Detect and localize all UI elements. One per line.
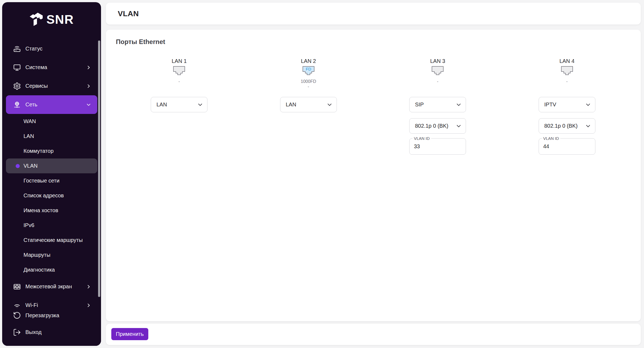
sidebar-subitem-статические-маршруты[interactable]: Статические маршруты bbox=[2, 233, 101, 248]
refresh-icon bbox=[13, 311, 21, 319]
sidebar-subitem-label: Имена хостов bbox=[24, 207, 58, 214]
port-8021p-value: 802.1p 0 (BK) bbox=[544, 123, 578, 129]
active-dot bbox=[16, 164, 20, 168]
router-icon bbox=[13, 45, 21, 53]
svg-text:FD: FD bbox=[306, 67, 311, 71]
port-name: LAN 3 bbox=[430, 58, 445, 64]
sidebar-subitem-vlan[interactable]: VLAN bbox=[6, 158, 97, 173]
sidebar-subitem-label: Список адресов bbox=[24, 192, 64, 199]
sidebar-item-label: Система bbox=[25, 64, 47, 70]
sidebar-subitem-label: LAN bbox=[24, 133, 34, 139]
sidebar-subitem-label: Гостевые сети bbox=[24, 178, 59, 184]
port-column: LAN 1 - LAN bbox=[115, 58, 244, 155]
vlan-id-field: VLAN ID bbox=[409, 138, 466, 155]
port-status-line: - bbox=[566, 79, 568, 84]
vlan-id-field: VLAN ID bbox=[539, 138, 595, 155]
chevron-right-icon bbox=[86, 65, 91, 70]
logo: SNR bbox=[2, 11, 101, 28]
port-status: - bbox=[437, 79, 438, 89]
port-mode-select[interactable]: LAN bbox=[151, 97, 207, 112]
sidebar-item-label: Выход bbox=[25, 329, 42, 335]
port-name: LAN 2 bbox=[301, 58, 316, 64]
sidebar-subitem-имена-хостов[interactable]: Имена хостов bbox=[2, 203, 101, 218]
sidebar-subitem-label: Диагностика bbox=[24, 267, 55, 273]
port-status-line: 1000FD bbox=[301, 79, 316, 84]
sidebar-item-label: Межсетевой экран bbox=[25, 283, 72, 290]
sidebar-subitem-label: Маршруты bbox=[24, 252, 51, 258]
sidebar-subitem-lan[interactable]: LAN bbox=[2, 129, 101, 144]
port-mode-select[interactable]: IPTV bbox=[539, 97, 595, 112]
sidebar-subitem-диагностика[interactable]: Диагностика bbox=[2, 262, 101, 277]
port-column: LAN 3 - SIP 802.1p 0 (BK) VLAN ID bbox=[373, 58, 502, 155]
ports-section-title: Порты Ethernet bbox=[116, 38, 165, 46]
port-8021p-value: 802.1p 0 (BK) bbox=[415, 123, 448, 129]
ethernet-jack-icon: FD bbox=[302, 66, 315, 76]
firewall-icon bbox=[13, 283, 21, 291]
port-status: - bbox=[566, 79, 568, 89]
apply-button[interactable]: Применить bbox=[111, 328, 148, 340]
port-mode-value: SIP bbox=[415, 102, 424, 108]
ethernet-ports-card: Порты Ethernet LAN 1 - LAN LAN 2 bbox=[106, 30, 641, 321]
port-column: LAN 2 FD 1000FD- LAN bbox=[244, 58, 373, 155]
page-title: VLAN bbox=[118, 9, 139, 18]
sidebar-item-сеть[interactable]: Сеть bbox=[6, 95, 97, 114]
ethernet-jack-icon bbox=[561, 66, 573, 76]
port-8021p-select[interactable]: 802.1p 0 (BK) bbox=[409, 118, 466, 134]
sidebar-item-статус[interactable]: Статус bbox=[2, 39, 101, 58]
sidebar-item-reboot[interactable]: Перезагрузка bbox=[2, 308, 101, 323]
port-status-line: - bbox=[437, 79, 438, 84]
sidebar-subitem-wan[interactable]: WAN bbox=[2, 114, 101, 129]
sidebar-item-система[interactable]: Система bbox=[2, 58, 101, 77]
port-mode-select[interactable]: SIP bbox=[409, 97, 466, 112]
sidebar-item-logout[interactable]: Выход bbox=[2, 323, 101, 342]
vlan-id-label: VLAN ID bbox=[412, 136, 431, 141]
chevron-down-icon bbox=[457, 103, 461, 106]
sidebar-item-label: Сервисы bbox=[25, 83, 48, 89]
sidebar-item-label: Статус bbox=[25, 46, 42, 52]
snr-cube-logo-icon bbox=[29, 12, 43, 27]
port-8021p-select[interactable]: 802.1p 0 (BK) bbox=[539, 118, 595, 134]
sidebar-subitem-label: IPv6 bbox=[24, 222, 34, 228]
ethernet-jack-icon bbox=[173, 66, 185, 76]
sidebar-bottom-menu: ПерезагрузкаВыход bbox=[2, 308, 101, 346]
port-name: LAN 4 bbox=[559, 58, 575, 64]
port-status: 1000FD- bbox=[301, 79, 316, 89]
port-column: LAN 4 - IPTV 802.1p 0 (BK) VLAN ID bbox=[502, 58, 632, 155]
sidebar-item-сервисы[interactable]: Сервисы bbox=[2, 77, 101, 95]
port-status: - bbox=[179, 79, 180, 89]
sidebar-subitem-коммутатор[interactable]: Коммутатор bbox=[2, 144, 101, 158]
screen: SNR СтатусСистемаСервисыСетьWANLANКоммут… bbox=[0, 0, 644, 348]
footer-card: Применить bbox=[106, 324, 641, 345]
page-header-card: VLAN bbox=[106, 3, 641, 25]
port-mode-value: LAN bbox=[286, 102, 296, 108]
logo-text: SNR bbox=[46, 13, 74, 26]
sidebar-subitem-ipv6[interactable]: IPv6 bbox=[2, 218, 101, 233]
chevron-down-icon bbox=[198, 103, 202, 106]
gear-icon bbox=[13, 82, 21, 90]
sidebar-subitem-гостевые-сети[interactable]: Гостевые сети bbox=[2, 173, 101, 188]
sidebar-item-label: Сеть bbox=[25, 102, 37, 108]
sidebar-subitem-список-адресов[interactable]: Список адресов bbox=[2, 188, 101, 203]
sidebar-scrollbar-thumb[interactable] bbox=[98, 40, 100, 297]
logout-icon bbox=[13, 328, 21, 336]
ports-grid: LAN 1 - LAN LAN 2 bbox=[115, 58, 632, 155]
sidebar-subitem-label: VLAN bbox=[24, 163, 38, 169]
vlan-id-label: VLAN ID bbox=[542, 136, 560, 141]
chevron-right-icon bbox=[86, 83, 91, 89]
port-mode-value: IPTV bbox=[544, 102, 556, 108]
wifi-icon bbox=[13, 301, 21, 308]
globe-network-icon bbox=[13, 101, 21, 109]
monitor-icon bbox=[13, 63, 21, 72]
sidebar-subitem-label: Статические маршруты bbox=[24, 237, 83, 243]
port-mode-value: LAN bbox=[156, 102, 167, 108]
port-status-line: - bbox=[301, 84, 316, 89]
sidebar-subitem-маршруты[interactable]: Маршруты bbox=[2, 248, 101, 262]
sidebar-item-межсетевой-экран[interactable]: Межсетевой экран bbox=[2, 277, 101, 296]
sidebar-item-label: Перезагрузка bbox=[25, 312, 59, 319]
sidebar-item-wi-fi[interactable]: Wi-Fi bbox=[2, 296, 101, 308]
sidebar-item-label: Wi-Fi bbox=[25, 302, 38, 308]
port-name: LAN 1 bbox=[172, 58, 187, 64]
sidebar-menu: СтатусСистемаСервисыСетьWANLANКоммутатор… bbox=[2, 39, 101, 308]
port-mode-select[interactable]: LAN bbox=[280, 97, 337, 112]
port-status-line: - bbox=[179, 79, 180, 84]
